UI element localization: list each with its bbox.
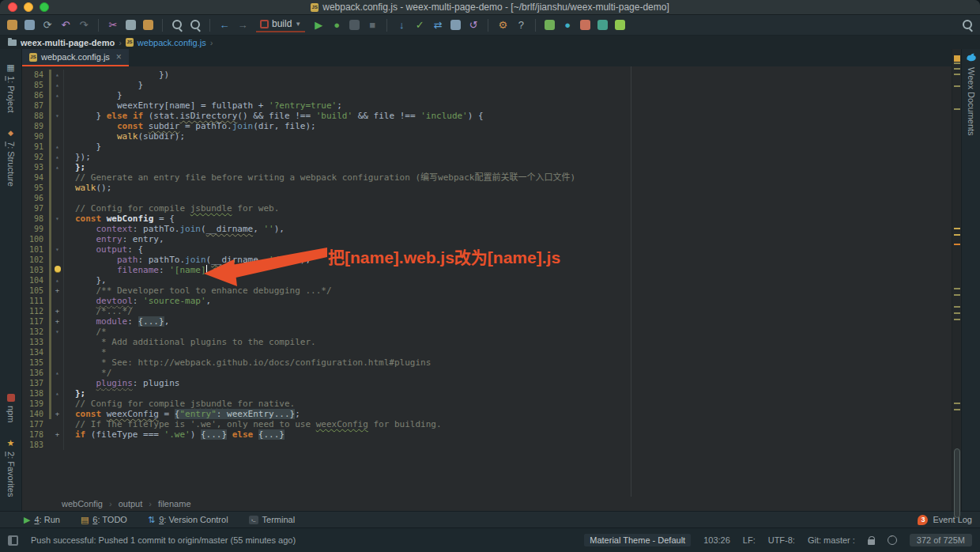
- fold-marker-icon[interactable]: ▴: [51, 80, 64, 90]
- replace-icon[interactable]: [189, 19, 202, 32]
- code-line[interactable]: 93▴};: [22, 162, 952, 172]
- code-line[interactable]: 84▴ }): [22, 70, 952, 80]
- code-line[interactable]: 102 path: pathTo.join(__dirname, 'dist')…: [22, 255, 952, 265]
- save-icon[interactable]: [24, 20, 35, 30]
- vcs-shelve-icon[interactable]: [450, 20, 461, 30]
- code-line[interactable]: 96: [22, 193, 952, 203]
- code-line[interactable]: 183: [22, 440, 952, 450]
- structure-grid-icon[interactable]: [580, 20, 590, 30]
- code-line[interactable]: 136▴ */: [22, 368, 952, 378]
- toggle-tool-windows-icon[interactable]: [8, 535, 18, 546]
- code-line[interactable]: 103 filename: '[name].js': [22, 265, 952, 275]
- vcs-update-icon[interactable]: ↓: [395, 19, 408, 32]
- code-line[interactable]: 97// Config for compile jsbundle for web…: [22, 203, 952, 214]
- git-branch-indicator[interactable]: Git: master :: [808, 535, 855, 545]
- intention-bulb-icon[interactable]: [55, 266, 61, 272]
- close-icon[interactable]: ×: [116, 51, 122, 62]
- find-icon[interactable]: [171, 19, 183, 32]
- run-icon[interactable]: ▶: [312, 19, 325, 32]
- theme-indicator[interactable]: Material Theme - Default: [584, 534, 691, 546]
- fold-marker-icon[interactable]: ▴: [51, 142, 64, 152]
- undo-icon[interactable]: ↶: [59, 19, 72, 32]
- code-line[interactable]: 134 *: [22, 347, 952, 357]
- lock-icon[interactable]: [868, 539, 875, 545]
- breadcrumb-item[interactable]: webConfig: [62, 499, 103, 509]
- plugin-icon[interactable]: [615, 20, 625, 30]
- code-line[interactable]: 105+ /** Developer tool to enhance debug…: [22, 285, 952, 296]
- tool-button-terminal[interactable]: Terminal: [249, 515, 296, 524]
- help-icon[interactable]: ?: [514, 19, 527, 32]
- fold-marker-icon[interactable]: ▴: [51, 90, 64, 100]
- code-line[interactable]: 137 plugins: plugins: [22, 378, 952, 388]
- fold-marker-icon[interactable]: ▴: [51, 368, 64, 378]
- code-line[interactable]: 117+ module: {...},: [22, 316, 952, 327]
- breadcrumb-file[interactable]: webpack.config.js: [138, 38, 206, 47]
- fold-marker-icon[interactable]: ▾: [51, 214, 64, 224]
- encoding-indicator[interactable]: UTF-8:: [768, 535, 795, 545]
- settings-icon[interactable]: ⚙: [496, 19, 509, 32]
- code-line[interactable]: 91▴ }: [22, 142, 952, 152]
- caret-position[interactable]: 103:26: [703, 535, 730, 545]
- debug-icon[interactable]: ●: [330, 19, 343, 32]
- code-line[interactable]: 89 const subdir = pathTo.join(dir, file)…: [22, 121, 952, 131]
- memory-indicator[interactable]: 372 of 725M: [910, 534, 972, 546]
- fold-marker-icon[interactable]: +: [51, 316, 64, 327]
- code-line[interactable]: 95walk();: [22, 183, 952, 193]
- code-line[interactable]: 177// If The fileType is '.we', only nee…: [22, 419, 952, 429]
- paste-icon[interactable]: [143, 20, 153, 30]
- run-configuration-selector[interactable]: build ▼: [256, 17, 305, 32]
- event-log-button[interactable]: 3Event Log: [918, 515, 972, 525]
- code-line[interactable]: 139// Config for compile jsbundle for na…: [22, 399, 952, 409]
- tool-window-icon[interactable]: [597, 20, 608, 30]
- tool-button-weex-documents[interactable]: Weex Documents: [967, 67, 976, 136]
- code-line[interactable]: 88▾ } else if (stat.isDirectory() && fil…: [22, 111, 952, 121]
- stop-icon[interactable]: ■: [366, 19, 379, 32]
- code-line[interactable]: 99 context: pathTo.join(__dirname, ''),: [22, 224, 952, 234]
- fold-marker-icon[interactable]: +: [51, 306, 64, 316]
- inspection-status-icon[interactable]: [954, 55, 960, 62]
- code-line[interactable]: 178+if (fileType === '.we') {...} else {…: [22, 429, 952, 440]
- fold-marker-icon[interactable]: ▾: [51, 327, 64, 337]
- line-separator-indicator[interactable]: LF:: [743, 535, 756, 545]
- fold-marker-icon[interactable]: +: [51, 409, 64, 419]
- open-icon[interactable]: [7, 20, 17, 30]
- code-line[interactable]: 132▾ /*: [22, 327, 952, 337]
- redo-icon[interactable]: ↷: [77, 19, 90, 32]
- fold-marker-icon[interactable]: ▴: [51, 70, 64, 80]
- code-line[interactable]: 104▴ },: [22, 275, 952, 285]
- code-line[interactable]: 87 weexEntry[name] = fullpath + '?entry=…: [22, 100, 952, 111]
- sync-icon[interactable]: ⟳: [41, 19, 54, 32]
- fold-marker-icon[interactable]: ▴: [51, 152, 64, 162]
- tool-button-favorites[interactable]: 2: Favorites: [6, 439, 16, 497]
- code-line[interactable]: 100 entry: entry,: [22, 234, 952, 244]
- tool-button-npm[interactable]: npm: [6, 394, 16, 422]
- scrollbar-thumb[interactable]: [954, 448, 960, 518]
- tool-button-project[interactable]: 1: Project: [6, 63, 16, 112]
- code-line[interactable]: 90 walk(subdir);: [22, 131, 952, 142]
- fold-marker-icon[interactable]: [51, 265, 64, 275]
- fold-marker-icon[interactable]: +: [51, 285, 64, 296]
- code-line[interactable]: 94// Generate an entry file before writi…: [22, 172, 952, 183]
- fold-marker-icon[interactable]: ▴: [51, 275, 64, 285]
- code-line[interactable]: 112+ /*...*/: [22, 306, 952, 316]
- vcs-merge-icon[interactable]: ⇄: [432, 19, 444, 32]
- code-line[interactable]: 85▴ }: [22, 80, 952, 90]
- vcs-commit-icon[interactable]: ✓: [413, 19, 426, 32]
- breadcrumb-item[interactable]: filename: [158, 499, 191, 509]
- code-line[interactable]: 138▴};: [22, 388, 952, 399]
- code-line[interactable]: 101▾ output: {: [22, 244, 952, 255]
- hector-icon[interactable]: [888, 535, 897, 545]
- code-line[interactable]: 140+const weexConfig = {"entry": weexEnt…: [22, 409, 952, 419]
- run-dashboard-icon[interactable]: ●: [561, 19, 574, 32]
- coverage-icon[interactable]: [349, 20, 360, 30]
- code-line[interactable]: 86▴ }: [22, 90, 952, 100]
- fold-marker-icon[interactable]: ▴: [51, 388, 64, 399]
- code-area[interactable]: 84▴ })85▴ }86▴ }87 weexEntry[name] = ful…: [22, 66, 952, 497]
- code-editor[interactable]: 84▴ })85▴ }86▴ }87 weexEntry[name] = ful…: [22, 66, 952, 497]
- tool-button-version-control[interactable]: 9: Version Control: [148, 515, 228, 524]
- tool-button-todo[interactable]: 6: TODO: [81, 515, 127, 524]
- search-everywhere-icon[interactable]: [961, 19, 974, 32]
- breadcrumb-project[interactable]: weex-multi-page-demo: [21, 38, 115, 47]
- code-line[interactable]: 133 * Add additional plugins to the comp…: [22, 337, 952, 347]
- fold-marker-icon[interactable]: ▾: [51, 111, 64, 121]
